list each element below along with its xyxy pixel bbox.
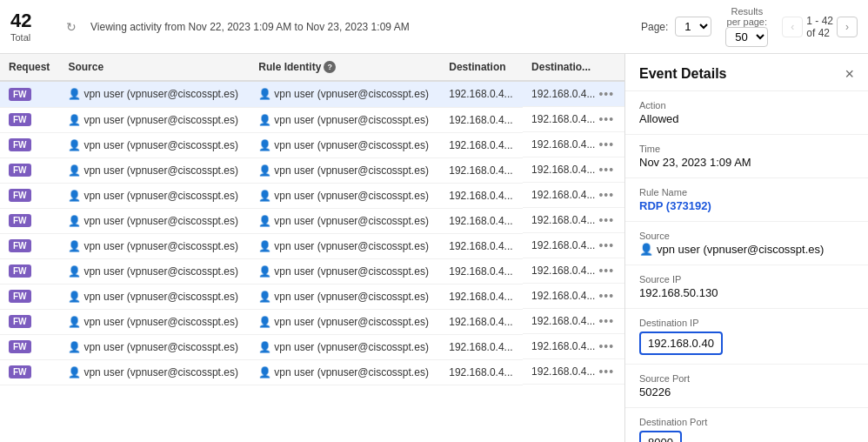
cell-rule: 👤vpn user (vpnuser@ciscosspt.es) [250, 359, 440, 385]
user-icon: 👤 [68, 114, 81, 126]
cell-dest: 192.168.0.4... [440, 359, 523, 385]
col-rule-identity: Rule Identity ? [250, 54, 440, 81]
table-header-row: Request Source Rule Identity ? Destinati… [0, 54, 624, 81]
cell-dest: 192.168.0.4... [440, 284, 523, 309]
user-icon: 👤 [258, 190, 271, 202]
time-value: Nov 23, 2023 1:09 AM [639, 156, 854, 169]
fw-badge: FW [9, 290, 31, 303]
cell-source: 👤vpn user (vpnuser@ciscosspt.es) [59, 359, 250, 385]
fw-badge: FW [9, 365, 31, 378]
cell-dest-extra: 192.168.0.4...••• [523, 208, 624, 233]
cell-badge: FW [0, 183, 59, 208]
results-group: Results per page: 50 [725, 6, 768, 47]
source-ip-label: Source IP [639, 274, 854, 285]
fw-badge: FW [9, 138, 31, 151]
cell-badge: FW [0, 334, 59, 359]
cell-rule: 👤vpn user (vpnuser@ciscosspt.es) [250, 183, 440, 208]
row-menu-button[interactable]: ••• [598, 339, 614, 353]
col-destination: Destination [440, 54, 523, 81]
row-menu-button[interactable]: ••• [598, 87, 614, 101]
dest-port-value: 8000 [639, 431, 682, 442]
table-row[interactable]: FW 👤vpn user (vpnuser@ciscosspt.es) 👤vpn… [0, 208, 624, 233]
source-port-label: Source Port [639, 373, 854, 384]
row-menu-button[interactable]: ••• [598, 238, 614, 252]
activity-table: Request Source Rule Identity ? Destinati… [0, 54, 624, 385]
user-icon: 👤 [258, 88, 271, 100]
row-menu-button[interactable]: ••• [598, 264, 614, 278]
table-body: FW 👤vpn user (vpnuser@ciscosspt.es) 👤vpn… [0, 81, 624, 385]
user-icon: 👤 [258, 265, 271, 278]
dest-ip-section: Destination IP 192.168.0.40 [625, 309, 868, 365]
cell-dest: 192.168.0.4... [440, 233, 523, 258]
cell-dest: 192.168.0.4... [440, 208, 523, 233]
prev-page-button[interactable]: ‹ [782, 17, 803, 37]
user-icon: 👤 [68, 139, 81, 151]
source-ip-section: Source IP 192.168.50.130 [625, 265, 868, 309]
cell-badge: FW [0, 309, 59, 334]
table-row[interactable]: FW 👤vpn user (vpnuser@ciscosspt.es) 👤vpn… [0, 157, 624, 183]
table-row[interactable]: FW 👤vpn user (vpnuser@ciscosspt.es) 👤vpn… [0, 233, 624, 258]
cell-source: 👤vpn user (vpnuser@ciscosspt.es) [59, 258, 250, 284]
results-per-page-select[interactable]: 50 [725, 27, 768, 47]
results-per-page-sub: per page: [727, 17, 767, 27]
cell-dest: 192.168.0.4... [440, 132, 523, 157]
col-source: Source [59, 54, 250, 81]
cell-source: 👤vpn user (vpnuser@ciscosspt.es) [59, 132, 250, 157]
user-icon: 👤 [258, 316, 271, 328]
table-row[interactable]: FW 👤vpn user (vpnuser@ciscosspt.es) 👤vpn… [0, 258, 624, 284]
source-port-value: 50226 [639, 385, 854, 398]
cell-dest-extra: 192.168.0.4...••• [523, 157, 624, 183]
cell-dest: 192.168.0.4... [440, 157, 523, 183]
cell-badge: FW [0, 157, 59, 183]
cell-badge: FW [0, 258, 59, 284]
next-page-button[interactable]: › [837, 17, 858, 37]
user-icon: 👤 [68, 190, 81, 202]
cell-badge: FW [0, 208, 59, 233]
row-menu-button[interactable]: ••• [598, 365, 614, 378]
range-group: ‹ 1 - 42 of 42 › [782, 15, 858, 39]
cell-rule: 👤vpn user (vpnuser@ciscosspt.es) [250, 258, 440, 284]
cell-dest-extra: 192.168.0.4...••• [523, 82, 624, 107]
pagination-group: Page: 1 [641, 17, 711, 37]
table-row[interactable]: FW 👤vpn user (vpnuser@ciscosspt.es) 👤vpn… [0, 107, 624, 132]
table-row[interactable]: FW 👤vpn user (vpnuser@ciscosspt.es) 👤vpn… [0, 284, 624, 309]
cell-badge: FW [0, 233, 59, 258]
rule-name-label: Rule Name [639, 187, 854, 198]
row-menu-button[interactable]: ••• [598, 213, 614, 227]
source-ip-value: 192.168.50.130 [639, 286, 854, 299]
page-select[interactable]: 1 [675, 17, 711, 37]
cell-source: 👤vpn user (vpnuser@ciscosspt.es) [59, 183, 250, 208]
user-icon: 👤 [68, 240, 81, 252]
user-icon: 👤 [258, 164, 271, 177]
table-row[interactable]: FW 👤vpn user (vpnuser@ciscosspt.es) 👤vpn… [0, 183, 624, 208]
rule-identity-info-icon[interactable]: ? [324, 61, 336, 73]
user-icon: 👤 [258, 366, 271, 378]
dest-port-section: Destination Port 8000 [625, 408, 868, 442]
table-row[interactable]: FW 👤vpn user (vpnuser@ciscosspt.es) 👤vpn… [0, 359, 624, 385]
row-menu-button[interactable]: ••• [598, 137, 614, 151]
user-icon: 👤 [68, 88, 81, 100]
fw-badge: FW [9, 214, 31, 227]
source-section: Source 👤 vpn user (vpnuser@ciscosspt.es) [625, 222, 868, 265]
table-row[interactable]: FW 👤vpn user (vpnuser@ciscosspt.es) 👤vpn… [0, 81, 624, 107]
cell-dest-extra: 192.168.0.4...••• [523, 132, 624, 157]
rule-name-value[interactable]: RDP (373192) [639, 199, 854, 212]
row-menu-button[interactable]: ••• [598, 289, 614, 303]
row-menu-button[interactable]: ••• [598, 188, 614, 202]
table-row[interactable]: FW 👤vpn user (vpnuser@ciscosspt.es) 👤vpn… [0, 132, 624, 157]
total-block: 42 Total [10, 10, 52, 42]
row-menu-button[interactable]: ••• [598, 112, 614, 126]
side-panel-header: Event Details × [625, 54, 868, 91]
row-menu-button[interactable]: ••• [598, 314, 614, 328]
row-menu-button[interactable]: ••• [598, 163, 614, 177]
user-icon: 👤 [68, 164, 81, 177]
viewing-text: Viewing activity from Nov 22, 2023 1:09 … [90, 21, 627, 33]
cell-source: 👤vpn user (vpnuser@ciscosspt.es) [59, 107, 250, 132]
refresh-icon[interactable]: ↻ [66, 20, 77, 34]
table-row[interactable]: FW 👤vpn user (vpnuser@ciscosspt.es) 👤vpn… [0, 309, 624, 334]
table-row[interactable]: FW 👤vpn user (vpnuser@ciscosspt.es) 👤vpn… [0, 334, 624, 359]
cell-dest-extra: 192.168.0.4...••• [523, 359, 624, 385]
user-icon: 👤 [258, 114, 271, 126]
user-icon: 👤 [68, 291, 81, 303]
close-button[interactable]: × [845, 66, 854, 82]
